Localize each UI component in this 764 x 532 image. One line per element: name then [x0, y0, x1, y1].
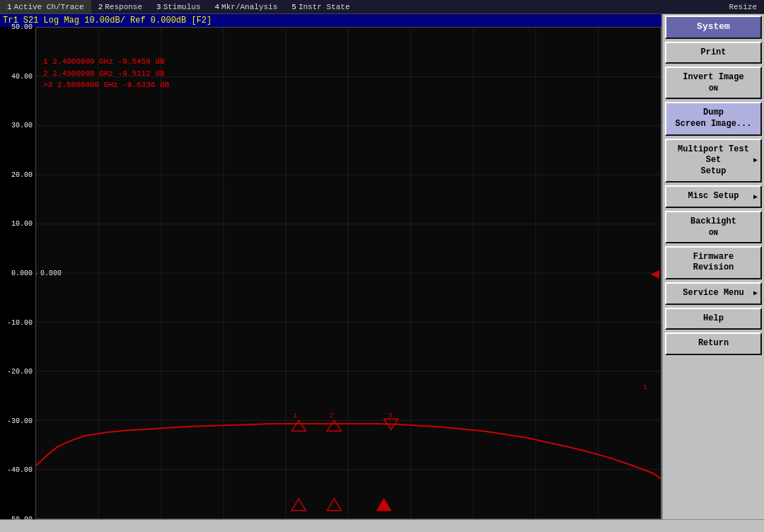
- backlight-button[interactable]: Backlight ON: [665, 211, 762, 243]
- right-panel: System Print Invert Image ON Dump Screen…: [661, 14, 764, 519]
- menu-stimulus[interactable]: 3 Stimulus: [149, 0, 207, 13]
- system-button[interactable]: System: [665, 16, 762, 39]
- multiport-button[interactable]: Multiport Test Set Setup: [665, 139, 762, 183]
- menu-bar: 1 Active Ch/Trace 2 Response 3 Stimulus …: [0, 0, 764, 14]
- graph-container: 50.0040.0030.0020.0010.000.000-10.00-20.…: [0, 27, 661, 519]
- main-content: Tr1 S21 Log Mag 10.00dB/ Ref 0.000dB [F2…: [0, 14, 764, 519]
- menu-instr-state[interactable]: 5 Instr State: [284, 0, 357, 13]
- y-label: -10.00: [7, 318, 33, 326]
- marker1-bottom: [291, 499, 306, 511]
- y-label: 50.00: [11, 23, 33, 31]
- dump-screen-button[interactable]: Dump Screen Image...: [665, 102, 762, 135]
- y-label: -40.00: [7, 466, 33, 474]
- y-label: 30.00: [11, 122, 33, 129]
- marker1-triangle: [291, 420, 306, 431]
- svg-text:1: 1: [643, 383, 647, 391]
- svg-text:3: 3: [388, 412, 393, 420]
- return-button[interactable]: Return: [665, 332, 762, 355]
- y-label: -20.00: [7, 368, 33, 376]
- y-label: -30.00: [7, 417, 33, 424]
- svg-text:2: 2: [329, 412, 333, 420]
- menu-response[interactable]: 2 Response: [91, 0, 149, 13]
- trace-header: Tr1 S21 Log Mag 10.00dB/ Ref 0.000dB [F2…: [0, 14, 661, 27]
- svg-text:1: 1: [293, 412, 297, 420]
- y-label: 40.00: [11, 72, 33, 80]
- help-button[interactable]: Help: [665, 308, 762, 330]
- menu-active-ch[interactable]: 1 Active Ch/Trace: [0, 0, 91, 13]
- marker2-triangle: [327, 420, 341, 431]
- misc-setup-button[interactable]: Misc Setup: [665, 185, 762, 208]
- resize-button[interactable]: Resize: [722, 3, 764, 11]
- service-menu-button[interactable]: Service Menu: [665, 282, 762, 305]
- menu-mkr-analysis[interactable]: 4 Mkr/Analysis: [207, 0, 284, 13]
- y-label: -50.00: [7, 516, 33, 520]
- plot-svg: 1 2 3 1: [36, 28, 661, 519]
- firmware-revision-button[interactable]: Firmware Revision: [665, 246, 762, 279]
- print-button[interactable]: Print: [665, 42, 762, 64]
- invert-image-button[interactable]: Invert Image ON: [665, 66, 762, 99]
- marker-info: 1 2.4000000 GHz -9.5458 dB 2 2.4500000 G…: [43, 56, 169, 91]
- y-label: 0.000: [11, 270, 33, 277]
- y-axis: 50.0040.0030.0020.0010.000.000-10.00-20.…: [0, 27, 35, 519]
- chart-area: Tr1 S21 Log Mag 10.00dB/ Ref 0.000dB [F2…: [0, 14, 661, 519]
- marker2-bottom: [327, 499, 341, 511]
- plot-area[interactable]: 1 2.4000000 GHz -9.5458 dB 2 2.4500000 G…: [35, 27, 661, 519]
- y-label: 10.00: [11, 220, 33, 228]
- status-bar: [0, 519, 764, 532]
- y-label: 20.00: [11, 170, 33, 178]
- marker3-bottom: [377, 499, 391, 511]
